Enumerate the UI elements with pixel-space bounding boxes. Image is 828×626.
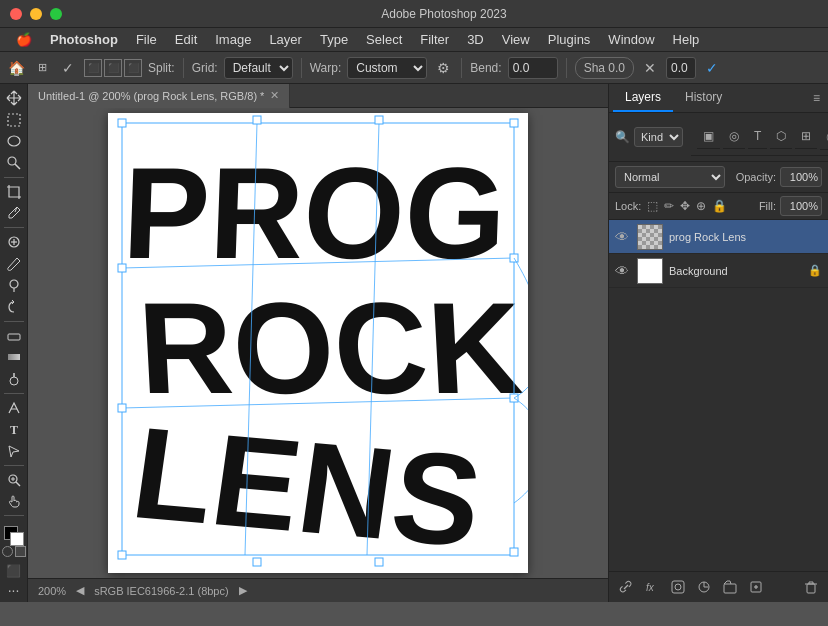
menu-filter[interactable]: Filter [412, 30, 457, 49]
new-layer-icon[interactable] [745, 576, 767, 598]
history-brush-tool[interactable] [2, 297, 26, 317]
fill-input[interactable] [780, 196, 822, 216]
lock-transparent-icon[interactable]: ⬚ [647, 199, 658, 213]
standard-mode-icon[interactable] [15, 546, 26, 557]
color-swatch[interactable] [2, 524, 26, 542]
hand-tool[interactable] [2, 492, 26, 512]
svg-rect-31 [510, 119, 518, 127]
new-group-icon[interactable] [719, 576, 741, 598]
lock-artboard-icon[interactable]: ⊕ [696, 199, 706, 213]
maximize-button[interactable] [50, 8, 62, 20]
separator-1 [183, 58, 184, 78]
menu-plugins[interactable]: Plugins [540, 30, 599, 49]
pen-tool[interactable] [2, 398, 26, 418]
right-panel: Layers History ≡ 🔍 Kind ▣ ◎ T ⬡ ⊞ ◉ [608, 84, 828, 602]
warp-select[interactable]: Custom [347, 57, 427, 79]
crop-tool[interactable] [2, 182, 26, 202]
grid-view-icons[interactable]: ⬛ ⬛ ⬛ [84, 59, 142, 77]
split-label: Split: [148, 61, 175, 75]
menu-select[interactable]: Select [358, 30, 410, 49]
layer-visibility-eye-1[interactable]: 👁 [615, 229, 631, 245]
layers-list: 👁 prog Rock Lens 👁 Background 🔒 [609, 220, 828, 288]
rectangular-marquee-tool[interactable] [2, 110, 26, 130]
panel-menu-button[interactable]: ≡ [809, 87, 824, 109]
lock-pixels-icon[interactable]: ✏ [664, 199, 674, 213]
layer-name-1: prog Rock Lens [669, 231, 822, 243]
move-tool[interactable] [2, 88, 26, 108]
filter-shape-icon[interactable]: ⬡ [770, 124, 792, 149]
delete-layer-icon[interactable] [800, 576, 822, 598]
filter-kind-select[interactable]: Kind [634, 127, 683, 147]
menu-edit[interactable]: Edit [167, 30, 205, 49]
layer-visibility-eye-2[interactable]: 👁 [615, 263, 631, 279]
zoom-tool[interactable] [2, 470, 26, 490]
blend-mode-select[interactable]: Normal [615, 166, 725, 188]
bend-input[interactable] [508, 57, 558, 79]
eraser-tool[interactable] [2, 326, 26, 346]
status-arrow-left[interactable]: ◀ [76, 584, 84, 597]
status-arrow-right[interactable]: ▶ [239, 584, 247, 597]
menu-photoshop[interactable]: Photoshop [42, 30, 126, 49]
document-tab[interactable]: Untitled-1 @ 200% (prog Rock Lens, RGB/8… [28, 84, 290, 108]
menu-window[interactable]: Window [600, 30, 662, 49]
path-selection-tool[interactable] [2, 441, 26, 461]
type-tool[interactable]: T [2, 420, 26, 440]
quick-mask-icon[interactable] [2, 546, 13, 557]
warp-settings-icon[interactable]: ⚙ [433, 58, 453, 78]
tab-layers[interactable]: Layers [613, 84, 673, 112]
opacity-input[interactable] [780, 167, 822, 187]
check-icon[interactable]: ✓ [58, 58, 78, 78]
tab-history[interactable]: History [673, 84, 734, 112]
eyedropper-tool[interactable] [2, 204, 26, 224]
add-mask-icon[interactable] [667, 576, 689, 598]
lock-position-icon[interactable]: ✥ [680, 199, 690, 213]
grid-1x1-icon[interactable]: ⬛ [84, 59, 102, 77]
minimize-button[interactable] [30, 8, 42, 20]
screen-mode-icon[interactable]: ⬛ [4, 563, 24, 579]
quick-select-tool[interactable] [2, 153, 26, 173]
clone-stamp-tool[interactable] [2, 276, 26, 296]
svg-text:fx: fx [646, 582, 655, 593]
opacity-label: Opacity: [736, 171, 776, 183]
canvas-area[interactable]: PROG ROCK LENS [28, 108, 608, 578]
more-tools-icon[interactable]: ··· [4, 582, 24, 598]
menu-help[interactable]: Help [665, 30, 708, 49]
dodge-tool[interactable] [2, 369, 26, 389]
quick-mask-icons[interactable] [2, 546, 26, 557]
shape-button[interactable]: Sha 0.0 [575, 57, 634, 79]
grid-select[interactable]: Default [224, 57, 293, 79]
grid-1x2-icon[interactable]: ⬛ [124, 59, 142, 77]
add-adjustment-icon[interactable] [693, 576, 715, 598]
home-icon[interactable]: 🏠 [6, 58, 26, 78]
gradient-tool[interactable] [2, 348, 26, 368]
menu-file[interactable]: File [128, 30, 165, 49]
filter-smart-icon[interactable]: ⊞ [795, 124, 817, 149]
layer-background[interactable]: 👁 Background 🔒 [609, 254, 828, 288]
transform-icon[interactable]: ⊞ [32, 58, 52, 78]
fill-label: Fill: [759, 200, 776, 212]
fx-icon[interactable]: fx [641, 576, 663, 598]
apple-menu[interactable]: 🍎 [8, 30, 40, 49]
link-layers-icon[interactable] [615, 576, 637, 598]
spot-healing-tool[interactable] [2, 232, 26, 252]
menu-3d[interactable]: 3D [459, 30, 492, 49]
filter-type-icon[interactable]: T [748, 124, 767, 149]
val-input[interactable] [666, 57, 696, 79]
confirm-transform-icon[interactable]: ✓ [702, 58, 722, 78]
menu-image[interactable]: Image [207, 30, 259, 49]
grid-2x1-icon[interactable]: ⬛ [104, 59, 122, 77]
filter-pixel-icon[interactable]: ▣ [697, 124, 720, 149]
lasso-tool[interactable] [2, 131, 26, 151]
menu-view[interactable]: View [494, 30, 538, 49]
lock-all-icon[interactable]: 🔒 [712, 199, 727, 213]
brush-tool[interactable] [2, 254, 26, 274]
layer-prog-rock-lens[interactable]: 👁 prog Rock Lens [609, 220, 828, 254]
filter-adjust-icon[interactable]: ◎ [723, 124, 745, 149]
close-tab-button[interactable]: ✕ [270, 89, 279, 102]
filter-toggle[interactable]: ◉ [820, 123, 828, 150]
layers-search-row: 🔍 Kind ▣ ◎ T ⬡ ⊞ ◉ [609, 113, 828, 162]
cancel-transform-icon[interactable]: ✕ [640, 58, 660, 78]
menu-type[interactable]: Type [312, 30, 356, 49]
menu-layer[interactable]: Layer [261, 30, 310, 49]
close-button[interactable] [10, 8, 22, 20]
